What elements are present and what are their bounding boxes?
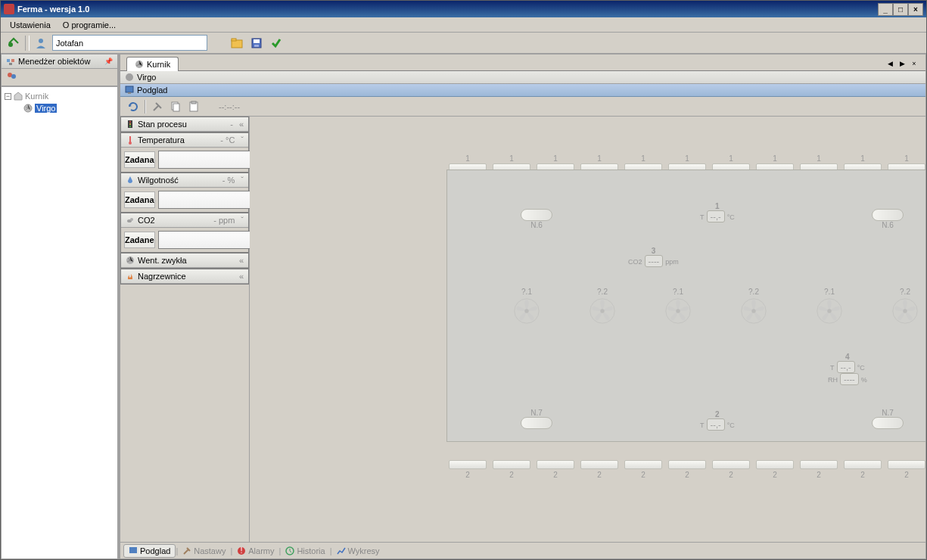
inlet-box[interactable] (624, 460, 662, 469)
close-button[interactable]: × (908, 3, 923, 16)
svg-text:!: ! (241, 546, 243, 555)
apply-button[interactable] (268, 35, 285, 51)
btab-wykresy[interactable]: Wykresy (332, 545, 384, 557)
svg-point-23 (129, 123, 131, 125)
object-tree[interactable]: − Kurnik Virgo (2, 86, 117, 558)
section-process-label: Stan procesu (138, 120, 187, 129)
section-hum-label: Wilgotność (138, 176, 179, 185)
svg-point-37 (751, 309, 755, 313)
svg-point-28 (130, 218, 133, 221)
inlet-box[interactable] (800, 460, 838, 469)
inlet-box[interactable] (888, 460, 925, 469)
svg-rect-20 (191, 101, 196, 104)
monitor-icon (125, 86, 134, 95)
fan-icon (135, 60, 144, 69)
btab-nastawy[interactable]: Nastawy (178, 545, 230, 557)
refresh-button[interactable] (125, 98, 142, 115)
svg-rect-25 (129, 136, 131, 142)
heater-n7-right[interactable]: N.7 (872, 409, 904, 429)
fan-label: ?.2 (740, 288, 767, 296)
section-process[interactable]: Stan procesu - « (121, 117, 248, 132)
tab-close-button[interactable]: × (909, 60, 919, 70)
heater-n7-left[interactable]: N.7 (521, 409, 552, 429)
inlet-box[interactable] (493, 460, 530, 469)
tools-button[interactable] (149, 98, 166, 115)
inlet-box[interactable] (756, 460, 794, 469)
section-heaters[interactable]: Nagrzewnice « (121, 269, 248, 284)
inlet-label: 1 (537, 154, 574, 163)
tree-root[interactable]: − Kurnik (5, 90, 114, 102)
fan-label: ?.1 (664, 288, 692, 296)
floor-plan-viewport[interactable]: 111111111111 222222222222 N.6 N.6 N.7 N.… (250, 117, 925, 542)
fan-label: ?.2 (589, 288, 616, 296)
inlet-label: 1 (756, 154, 794, 163)
btab-podglad[interactable]: Podglad (123, 544, 176, 558)
section-co2-label: CO2 (138, 216, 155, 225)
section-temperature[interactable]: Temperatura - °C ˇ (121, 133, 248, 148)
save-button[interactable] (248, 35, 265, 51)
fan-1[interactable]: ?.2 (589, 288, 616, 326)
btab-alarmy[interactable]: ! Alarmy (232, 545, 278, 557)
inlet-label: 2 (580, 471, 618, 479)
maximize-button[interactable]: □ (893, 3, 908, 16)
heater-n6-right[interactable]: N.6 (872, 209, 904, 229)
sensor-3[interactable]: 3 CO2 ---- ppm (628, 247, 679, 267)
svg-point-22 (129, 121, 131, 123)
svg-point-0 (8, 42, 13, 47)
fan-icon (513, 297, 540, 325)
users-icon[interactable] (6, 71, 17, 82)
fan-0[interactable]: ?.1 (513, 288, 540, 326)
tab-next-button[interactable]: ▶ (897, 60, 907, 70)
inlet-label: 1 (888, 154, 925, 163)
inlet-box[interactable] (712, 460, 750, 469)
inlet-box[interactable] (449, 460, 487, 469)
user-button[interactable] (33, 35, 49, 51)
svg-rect-7 (7, 59, 10, 62)
pin-icon[interactable]: 📌 (104, 58, 113, 65)
inlet-box[interactable] (537, 460, 574, 469)
folder-button[interactable] (229, 35, 245, 51)
section-co2[interactable]: CO2 - ppm ˇ (121, 213, 248, 228)
inlet-label: 1 (800, 154, 838, 163)
inlet-label: 2 (537, 471, 574, 479)
expand-icon[interactable]: − (5, 93, 11, 100)
menu-settings[interactable]: Ustawienia (4, 19, 57, 31)
svg-point-33 (600, 309, 604, 313)
tab-prev-button[interactable]: ◀ (885, 60, 895, 70)
btab-historia[interactable]: Historia (281, 545, 329, 557)
sensor-1[interactable]: 1 T --,- °C (700, 202, 735, 222)
device-name: Virgo (137, 73, 156, 82)
fan-5[interactable]: ?.2 (891, 288, 919, 326)
svg-point-31 (524, 309, 528, 313)
minimize-button[interactable]: _ (878, 3, 893, 16)
section-humidity[interactable]: Wilgotność - % ˇ (121, 173, 248, 188)
svg-rect-18 (173, 104, 179, 111)
inlet-label: 1 (580, 154, 618, 163)
connect-button[interactable] (5, 35, 22, 51)
profile-input[interactable] (52, 35, 207, 51)
paste-button[interactable] (185, 98, 202, 115)
fan-4[interactable]: ?.1 (816, 288, 843, 326)
inlet-box[interactable] (580, 460, 618, 469)
view-header: Podglad (120, 84, 925, 97)
tree-child-virgo[interactable]: Virgo (5, 102, 114, 114)
fan-3[interactable]: ?.2 (740, 288, 767, 326)
inlet-label: 1 (844, 154, 882, 163)
fan-label: ?.1 (513, 288, 540, 296)
menu-about[interactable]: O programie... (57, 19, 122, 31)
tab-kurnik[interactable]: Kurnik (126, 57, 179, 71)
window-title: Ferma - wersja 1.0 (17, 5, 89, 14)
inlet-box[interactable] (668, 460, 706, 469)
fan-2[interactable]: ?.1 (664, 288, 692, 326)
inlet-box[interactable] (844, 460, 882, 469)
section-ventilation[interactable]: Went. zwykła « (121, 254, 248, 268)
fan-icon (816, 297, 843, 325)
sensor-4[interactable]: 4 T --,- °C RH ---- % (828, 353, 867, 385)
inlet-label: 2 (493, 471, 530, 479)
svg-rect-16 (128, 92, 131, 94)
svg-point-14 (126, 73, 133, 81)
heater-n6-left[interactable]: N.6 (521, 209, 552, 229)
copy-button[interactable] (167, 98, 184, 115)
inlet-label: 2 (668, 471, 706, 479)
sensor-2[interactable]: 2 T --,- °C (700, 410, 735, 431)
